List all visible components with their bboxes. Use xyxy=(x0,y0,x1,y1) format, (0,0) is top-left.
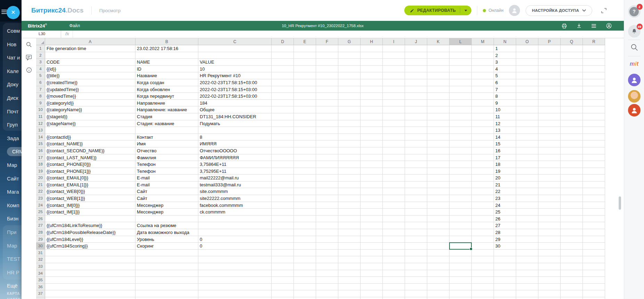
cell-L26[interactable] xyxy=(449,216,472,223)
cell-C28[interactable] xyxy=(198,229,272,236)
cell-I21[interactable] xyxy=(383,181,405,188)
cell-G29[interactable] xyxy=(338,236,361,243)
cell-L36[interactable] xyxy=(449,284,472,291)
cell-L18[interactable] xyxy=(449,161,472,168)
cell-P22[interactable] xyxy=(538,188,561,195)
cell-A22[interactable]: {{contact_WEB[0]}} xyxy=(45,188,135,195)
cell-M23[interactable] xyxy=(472,195,494,202)
cell-B10[interactable]: Направление: название xyxy=(135,106,198,113)
cell-J25[interactable] xyxy=(405,209,427,216)
comments-icon[interactable] xyxy=(25,54,32,61)
cell-R14[interactable] xyxy=(583,134,605,141)
cell-I32[interactable] xyxy=(383,256,405,263)
cell-E21[interactable] xyxy=(294,181,316,188)
user-avatar[interactable] xyxy=(509,5,520,16)
cell-B22[interactable]: Сайт xyxy=(135,188,198,195)
cell-Q9[interactable] xyxy=(561,100,583,107)
cell-R1[interactable] xyxy=(583,45,605,52)
cell-D8[interactable] xyxy=(272,93,294,100)
cell-L21[interactable] xyxy=(449,181,472,188)
row-header-2[interactable]: 2 xyxy=(36,52,45,59)
cell-A35[interactable] xyxy=(45,277,135,284)
cell-R4[interactable] xyxy=(583,66,605,73)
cell-O1[interactable] xyxy=(516,45,538,52)
cell-G18[interactable] xyxy=(338,161,361,168)
cell-H3[interactable] xyxy=(361,59,383,66)
cell-Q33[interactable] xyxy=(561,263,583,270)
cell-C5[interactable]: HR Рекрутмент #10 xyxy=(198,72,272,79)
cell-K13[interactable] xyxy=(427,127,449,134)
cell-J31[interactable] xyxy=(405,250,427,257)
cell-P23[interactable] xyxy=(538,195,561,202)
row-header-23[interactable]: 23 xyxy=(36,195,45,202)
contact-avatar-red[interactable] xyxy=(628,104,641,116)
cell-Q1[interactable] xyxy=(561,45,583,52)
market-logo[interactable]: mit xyxy=(630,60,639,67)
cell-Q15[interactable] xyxy=(561,140,583,147)
cell-P38[interactable] xyxy=(538,297,561,299)
cell-C32[interactable] xyxy=(198,256,272,263)
cell-D27[interactable] xyxy=(272,222,294,229)
cell-C38[interactable] xyxy=(198,297,272,299)
cell-I35[interactable] xyxy=(383,277,405,284)
cell-H36[interactable] xyxy=(361,284,383,291)
rail-search-button[interactable] xyxy=(630,43,639,53)
cell-K18[interactable] xyxy=(427,161,449,168)
cell-D32[interactable] xyxy=(272,256,294,263)
cell-I16[interactable] xyxy=(383,147,405,154)
cell-Q7[interactable] xyxy=(561,86,583,93)
column-header-F[interactable]: F xyxy=(316,38,338,45)
cell-A29[interactable]: {{ufCrm184Level}} xyxy=(45,236,135,243)
cell-D33[interactable] xyxy=(272,263,294,270)
cell-E23[interactable] xyxy=(294,195,316,202)
cell-P25[interactable] xyxy=(538,209,561,216)
cell-B28[interactable]: Дата возможного выхода xyxy=(135,229,198,236)
access-settings-button[interactable]: НАСТРОЙКА ДОСТУПА xyxy=(526,5,592,16)
cell-P16[interactable] xyxy=(538,147,561,154)
column-header-O[interactable]: O xyxy=(516,38,538,45)
cell-F11[interactable] xyxy=(316,113,338,120)
cell-P32[interactable] xyxy=(538,256,561,263)
cell-B31[interactable] xyxy=(135,250,198,257)
cell-H34[interactable] xyxy=(361,270,383,277)
cell-O7[interactable] xyxy=(516,86,538,93)
cell-A30[interactable]: {{ufCrm184Scoring}} xyxy=(45,243,135,250)
cell-I17[interactable] xyxy=(383,154,405,161)
cell-P11[interactable] xyxy=(538,113,561,120)
cell-J15[interactable] xyxy=(405,140,427,147)
cell-K21[interactable] xyxy=(427,181,449,188)
cell-R36[interactable] xyxy=(583,284,605,291)
cell-J7[interactable] xyxy=(405,86,427,93)
cell-I1[interactable] xyxy=(383,45,405,52)
edit-button[interactable]: РЕДАКТИРОВАТЬ xyxy=(404,6,471,15)
cell-F24[interactable] xyxy=(316,202,338,209)
sidebar-footer-item[interactable]: КАРТА xyxy=(7,291,20,296)
cell-N9[interactable]: 9 xyxy=(494,100,516,107)
cell-I28[interactable] xyxy=(383,229,405,236)
cell-J10[interactable] xyxy=(405,106,427,113)
cell-N2[interactable]: 2 xyxy=(494,52,516,59)
cell-Q11[interactable] xyxy=(561,113,583,120)
cell-J16[interactable] xyxy=(405,147,427,154)
cell-K12[interactable] xyxy=(427,120,449,127)
cell-D9[interactable] xyxy=(272,100,294,107)
cell-A17[interactable]: {{contact_LAST_NAME}} xyxy=(45,154,135,161)
cell-R18[interactable] xyxy=(583,161,605,168)
cell-H28[interactable] xyxy=(361,229,383,236)
cell-E13[interactable] xyxy=(294,127,316,134)
cell-H21[interactable] xyxy=(361,181,383,188)
cell-G32[interactable] xyxy=(338,256,361,263)
cell-F33[interactable] xyxy=(316,263,338,270)
cell-H11[interactable] xyxy=(361,113,383,120)
cell-B5[interactable]: Название xyxy=(135,72,198,79)
cell-B16[interactable]: Отчество xyxy=(135,147,198,154)
cell-N8[interactable]: 8 xyxy=(494,93,516,100)
cell-C1[interactable] xyxy=(198,45,272,52)
cell-O8[interactable] xyxy=(516,93,538,100)
cell-E28[interactable] xyxy=(294,229,316,236)
row-header-21[interactable]: 21 xyxy=(36,181,45,188)
cell-O15[interactable] xyxy=(516,140,538,147)
cell-K31[interactable] xyxy=(427,250,449,257)
cell-H17[interactable] xyxy=(361,154,383,161)
cell-I19[interactable] xyxy=(383,168,405,175)
